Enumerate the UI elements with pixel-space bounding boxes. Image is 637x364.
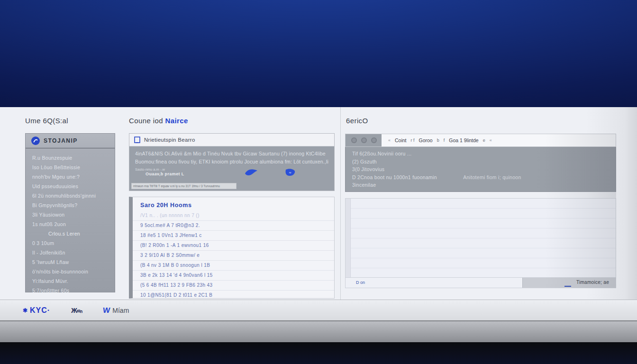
sidebar-panel: STOJANIP R.u Bounzespuie Iso Löuo Beßtte…	[25, 133, 115, 292]
left-heading-text: Ume 6Q(S:al	[25, 117, 68, 125]
menu-item[interactable]: Coint	[395, 137, 407, 143]
middle-heading-accent[interactable]: Nairce	[165, 117, 188, 125]
notice-meta-value: Ouaav,b pramet L	[135, 172, 216, 176]
miam-logo[interactable]: W Míam	[103, 306, 129, 315]
browser-toolbar: « Coint r f Goroo b f Goa 1 9lintde e «	[345, 134, 616, 147]
zhk-logo[interactable]: Ж«ₙ	[71, 307, 82, 314]
back-chevron-icon[interactable]: «	[388, 138, 391, 143]
thumbnails-button[interactable]: Timamoice; ae	[522, 278, 616, 288]
hero-banner	[0, 0, 637, 107]
menu-item[interactable]: Goa 1 9lintde	[449, 137, 478, 143]
window-button-icon[interactable]	[351, 137, 357, 143]
notice-meta-caption: Sasto-nmu a.m -.w	[135, 167, 216, 172]
notice-meta: Sasto-nmu a.m -.w Ouaav,b pramet L	[135, 167, 216, 176]
info-line-left: D 2Cnoa boot nu 1000n1 fuoonamin	[352, 174, 437, 180]
sidebar-item[interactable]: ö'n/nöts bie-bsunnnooin	[32, 267, 115, 276]
menu-separator: b	[437, 138, 439, 143]
window-controls	[346, 134, 382, 146]
kyc-logo-text: KYC·	[30, 306, 50, 315]
rooms-list-row[interactable]: (5 6 4B fH11 13 2 9 FB6 23h 43	[133, 280, 334, 290]
sidebar-item[interactable]: nnoh'bv Mgeu une:?	[32, 172, 115, 182]
notice-card-header: Nrietieutspin Bearro	[129, 134, 334, 146]
info-line: D 2Cnoa boot nu 1000n1 fuoonamin Anitote…	[352, 173, 616, 182]
menu-separator: r f	[411, 138, 415, 143]
sidebar-item[interactable]: 5:7/onßttter 60s	[32, 286, 115, 295]
rooms-list-title: Saro 20H Hooms	[133, 197, 334, 211]
sidebar-header: STOJANIP	[26, 134, 115, 148]
sidebar-nav: R.u Bounzespuie Iso Löuo Beßtteissie nno…	[26, 148, 115, 305]
sidebar-item[interactable]: 3li Yäusiowon	[32, 210, 115, 219]
rooms-list-row[interactable]: (B 4 nv 3 1M B 0 snoogun l 1B	[133, 260, 334, 270]
kyc-logo[interactable]: ✱ KYC·	[23, 306, 50, 315]
sidebar-item[interactable]: 6l 2ü nonmuhlibsnds'ginnni	[32, 191, 115, 200]
screenshot-root: Ume 6Q(S:al Coune iod Nairce 6ericO STOJ…	[0, 0, 637, 364]
browser-empty-list[interactable]	[345, 198, 616, 277]
sidebar-item[interactable]: Uid psseuduuuioies	[32, 182, 115, 191]
sidebar-item[interactable]: 1s nut0ß 2uon	[32, 219, 115, 229]
info-line: 3(0 Jitovovius	[352, 165, 616, 173]
rooms-list-row[interactable]: /V1 n.. . (un nnnnn nn 7 ()	[133, 211, 334, 220]
column-divider	[340, 107, 341, 300]
middle-heading-prefix: Coune iod	[129, 117, 165, 125]
menu-item[interactable]: Goroo	[419, 137, 433, 143]
window-button-icon[interactable]	[361, 137, 367, 143]
status-label: D on	[356, 280, 365, 285]
rooms-list-row[interactable]: 3B e 2k 13 14 'd 4 9n0van6 l 15	[133, 270, 334, 280]
sidebar-item[interactable]: Iso Löuo Beßtteissie	[32, 163, 115, 172]
notice-line: 4inAT6&NIS Oi.A6vii &m Mio d Tinéu Nvuk …	[135, 150, 328, 158]
bottom-gradient-band	[0, 321, 637, 342]
rooms-list-row[interactable]: (B! 2 R00n 1 -A 1 ewvnou1 16	[133, 240, 334, 250]
menu-separator: e	[483, 138, 485, 143]
browser-status-bar: D on Timamoice; ae	[345, 277, 616, 288]
svg-text:rv: rv	[289, 171, 291, 174]
info-line: 3incenilae	[352, 181, 616, 189]
badge-share-icon[interactable]: rv	[283, 168, 297, 177]
kyc-asterisk-icon: ✱	[23, 307, 27, 314]
notice-line: Buomou:finea oou fivou tiy, ETKI knoiom …	[135, 158, 328, 166]
notice-caption-bar: rrinwun rna Tif/Tili T equav v.ni ly u.n…	[131, 183, 237, 189]
list-gutter	[346, 199, 351, 277]
document-icon	[134, 136, 141, 144]
info-line: Tif 6(2ßou.Novinii ooru ...	[352, 150, 616, 158]
rooms-list-row[interactable]: 18 #e5 1 0Vn1 3 JHenw1 c	[133, 230, 334, 240]
sidebar-item[interactable]: 0 3 10um	[32, 238, 115, 248]
notice-card: Nrietieutspin Bearro 4inAT6&NIS Oi.A6vii…	[129, 133, 335, 191]
bird-share-icon[interactable]	[244, 168, 258, 177]
sidebar-subitem[interactable]: Crlou.s Leren	[32, 229, 115, 238]
sidebar-item[interactable]: 5 'IwruuM Lñaw	[32, 257, 115, 267]
forward-chevron-icon[interactable]: «	[490, 138, 492, 143]
notice-card-title: Nrietieutspin Bearro	[144, 137, 195, 143]
zhk-logo-mark-icon: Ж«ₙ	[71, 307, 82, 314]
sidebar-item[interactable]: Yi:lfaiund Müvr.	[32, 276, 115, 286]
right-heading-text: 6ericO	[346, 117, 368, 125]
footer-bar: ✱ KYC· Ж«ₙ W Míam	[0, 300, 637, 321]
rooms-list-row[interactable]: 10 1@N51(81 D 2 t011 e 2C1 B	[133, 290, 334, 300]
rooms-list-row[interactable]: 3 2 9/10 AI B 2 S0mmw/ e	[133, 250, 334, 260]
middle-column-heading: Coune iod Nairce	[129, 117, 188, 125]
notice-card-body: 4inAT6&NIS Oi.A6vii &m Mio d Tinéu Nvuk …	[129, 146, 334, 177]
info-line-right: Anitotemi fiom i; quinoon	[463, 174, 521, 180]
brand-name: STOJANIP	[44, 137, 78, 144]
sidebar-item[interactable]: Bi Gmpyvnltögnlls?	[32, 200, 115, 210]
sidebar-item[interactable]: Il - Jolfenikißn	[32, 248, 115, 257]
menu-bar: « Coint r f Goroo b f Goa 1 9lintde e «	[382, 137, 492, 143]
left-column-heading: Ume 6Q(S:al	[25, 117, 68, 125]
rooms-list-panel: Saro 20H Hooms /V1 n.. . (un nnnnn nn 7 …	[129, 197, 335, 299]
menu-separator: f	[444, 138, 445, 143]
browser-info-area: Tif 6(2ßou.Novinii ooru ... (2) Gszuth 3…	[345, 147, 616, 192]
bottom-black-band	[0, 342, 637, 364]
right-column-heading: 6ericO	[346, 117, 368, 125]
miam-w-icon: W	[102, 306, 110, 315]
info-line: (2) Gszuth	[352, 158, 616, 166]
brand-link-icon	[31, 136, 40, 145]
window-button-icon[interactable]	[371, 137, 377, 143]
sidebar-item[interactable]: R.u Bounzespuie	[32, 153, 115, 163]
notice-meta-row: Sasto-nmu a.m -.w Ouaav,b pramet L rv	[135, 167, 328, 177]
miam-logo-text: Míam	[112, 307, 129, 314]
rooms-list-row[interactable]: 9 5ocl.me# A 7 tR0@n3 2.	[133, 220, 334, 230]
